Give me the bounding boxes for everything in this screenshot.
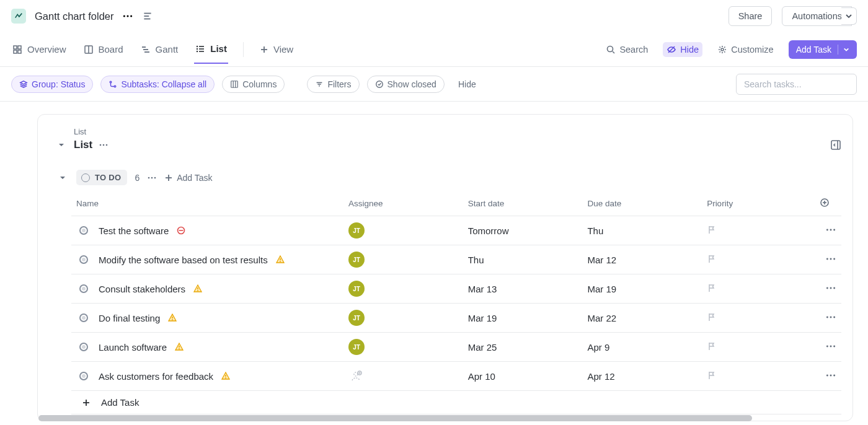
priority-flag-icon[interactable] [707, 255, 717, 266]
automations-dropdown[interactable] [841, 7, 857, 25]
due-date[interactable]: Mar 19 [582, 274, 702, 304]
table-row[interactable]: Consult stakeholders JT Mar 13 Mar 19 [71, 274, 841, 304]
collapse-group-btn[interactable] [56, 172, 69, 184]
group-count: 6 [135, 173, 140, 183]
hide-filters[interactable]: Hide [458, 79, 476, 89]
svg-rect-8 [14, 50, 17, 53]
filters-pill-label: Filters [327, 79, 351, 89]
group-pill[interactable]: Group: Status [11, 76, 93, 93]
tab-gantt[interactable]: Gantt [140, 35, 180, 63]
warning-icon [167, 313, 177, 323]
col-add[interactable] [815, 191, 841, 216]
columns-pill-label: Columns [242, 79, 277, 89]
col-due[interactable]: Due date [582, 191, 702, 216]
columns-pill[interactable]: Columns [222, 76, 285, 93]
hide-action[interactable]: Hide [663, 42, 702, 57]
add-task-dropdown[interactable] [838, 45, 849, 55]
start-date[interactable]: Mar 19 [463, 304, 583, 333]
svg-point-60 [197, 290, 198, 291]
row-more-icon[interactable] [825, 227, 836, 237]
show-closed-pill[interactable]: Show closed [367, 76, 445, 93]
svg-rect-16 [199, 46, 204, 47]
status-icon[interactable] [79, 284, 88, 293]
table-row[interactable]: Do final testing JT Mar 19 Mar 22 [71, 304, 841, 333]
row-more-icon[interactable] [825, 285, 836, 296]
avatar[interactable]: JT [348, 281, 365, 297]
status-icon[interactable] [79, 343, 88, 351]
svg-point-63 [833, 287, 835, 289]
start-date[interactable]: Mar 13 [463, 274, 583, 304]
col-priority[interactable]: Priority [702, 191, 815, 216]
filters-pill[interactable]: Filters [307, 76, 359, 93]
subtasks-pill[interactable]: Subtasks: Collapse all [100, 76, 215, 93]
priority-flag-icon[interactable] [707, 372, 717, 382]
search-action[interactable]: Search [602, 42, 652, 57]
priority-flag-icon[interactable] [707, 284, 717, 295]
priority-flag-icon[interactable] [707, 226, 717, 237]
start-date[interactable]: Thu [463, 245, 583, 274]
start-date[interactable]: Tomorrow [463, 216, 583, 245]
row-more-icon[interactable] [825, 372, 836, 383]
start-date[interactable]: Apr 10 [463, 362, 583, 391]
row-more-icon[interactable] [825, 314, 836, 325]
folder-type-icon [11, 9, 26, 24]
avatar[interactable]: JT [348, 222, 365, 239]
share-button[interactable]: Share [728, 6, 773, 26]
customize-action-label: Customize [731, 45, 774, 55]
status-icon[interactable] [79, 313, 88, 322]
svg-point-81 [830, 374, 832, 376]
col-name[interactable]: Name [71, 191, 343, 216]
avatar[interactable]: JT [348, 252, 365, 268]
assignee-add-icon[interactable] [348, 368, 365, 384]
svg-point-1 [127, 15, 129, 17]
status-icon[interactable] [79, 226, 88, 235]
table-row[interactable]: Test the software JT Tomorrow Thu [71, 216, 841, 245]
group-add-task[interactable]: Add Task [164, 173, 212, 183]
col-assignee[interactable]: Assignee [343, 191, 463, 216]
priority-flag-icon[interactable] [707, 343, 717, 353]
avatar[interactable]: JT [348, 310, 365, 326]
collapse-panel-icon[interactable] [830, 139, 841, 151]
priority-flag-icon[interactable] [707, 313, 717, 324]
tab-list[interactable]: List [194, 35, 228, 64]
col-start[interactable]: Start date [463, 191, 583, 216]
description-icon[interactable] [142, 11, 153, 22]
status-icon[interactable] [79, 372, 88, 380]
table-row[interactable]: Ask customers for feedback Apr 10 Apr 12 [71, 362, 841, 391]
add-view-label: View [273, 44, 293, 55]
status-icon[interactable] [79, 255, 88, 264]
start-date[interactable]: Mar 25 [463, 333, 583, 362]
add-task-button[interactable]: Add Task [789, 40, 857, 59]
tab-overview[interactable]: Overview [11, 35, 68, 63]
folder-more-icon[interactable] [122, 11, 133, 22]
blocked-icon [176, 226, 186, 235]
svg-rect-7 [18, 46, 21, 49]
collapse-list-btn[interactable] [55, 139, 68, 151]
due-date[interactable]: Mar 22 [582, 304, 702, 333]
search-tasks-input[interactable] [736, 74, 857, 95]
svg-point-72 [830, 345, 832, 347]
tab-board[interactable]: Board [82, 35, 125, 63]
add-view[interactable]: View [259, 35, 294, 63]
add-task-row[interactable]: Add Task [71, 391, 841, 414]
group-more-icon[interactable] [147, 173, 157, 183]
due-date[interactable]: Mar 12 [582, 245, 702, 274]
due-date[interactable]: Thu [582, 216, 702, 245]
row-more-icon[interactable] [825, 256, 836, 266]
due-date[interactable]: Apr 12 [582, 362, 702, 391]
status-chip[interactable]: TO DO [76, 170, 127, 185]
due-date[interactable]: Apr 9 [582, 333, 702, 362]
svg-point-68 [833, 316, 835, 318]
svg-rect-9 [18, 50, 21, 53]
subtasks-pill-label: Subtasks: Collapse all [121, 79, 206, 89]
list-more-icon[interactable] [99, 140, 108, 150]
table-row[interactable]: Modify the software based on test result… [71, 245, 841, 274]
svg-point-43 [154, 177, 156, 178]
svg-point-56 [826, 258, 828, 260]
customize-action[interactable]: Customize [714, 42, 777, 57]
row-more-icon[interactable] [825, 343, 836, 354]
table-row[interactable]: Launch software JT Mar 25 Apr 9 [71, 333, 841, 362]
avatar[interactable]: JT [348, 339, 365, 355]
horizontal-scrollbar[interactable] [38, 415, 868, 421]
svg-point-42 [151, 177, 153, 178]
